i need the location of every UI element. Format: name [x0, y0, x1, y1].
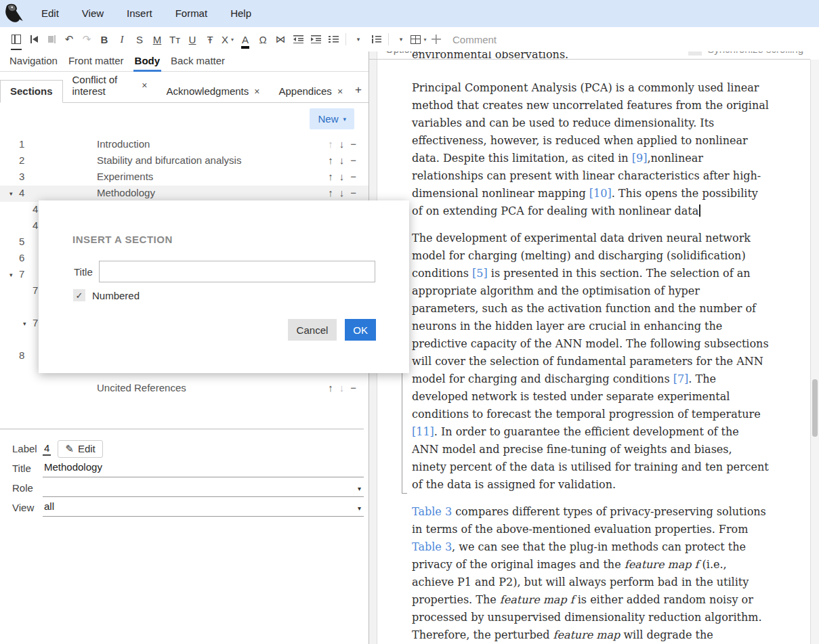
menu-edit[interactable]: Edit — [30, 0, 70, 27]
remove-icon[interactable]: − — [350, 154, 356, 166]
section-row[interactable]: Uncited References↑↓− — [0, 381, 369, 397]
overline-button[interactable]: Ŧ — [202, 30, 218, 49]
section-number: 4 — [19, 187, 24, 198]
section-tab-sections[interactable]: Sections — [0, 80, 63, 103]
move-up-icon[interactable]: ↑ — [328, 187, 333, 198]
remove-icon[interactable]: − — [350, 187, 356, 198]
document-editor-surface[interactable]: Principal Component Analysis (PCA) is a … — [369, 60, 810, 644]
jump-to-start-button[interactable] — [26, 30, 42, 49]
move-up-icon[interactable]: ↑ — [328, 171, 333, 182]
sub-sup-button[interactable]: X▾ — [219, 30, 236, 49]
table-ref-link[interactable]: Table 3 — [412, 540, 452, 553]
row-controls: ↑↓− — [328, 154, 356, 166]
bullet-list-button[interactable] — [325, 30, 341, 49]
view-tab-navigation[interactable]: Navigation — [4, 51, 63, 72]
bullet-list-caret-button[interactable]: ▾ — [350, 30, 366, 49]
section-row[interactable]: 2Stability and bifurcation analysis↑↓− — [0, 153, 369, 169]
bold-button[interactable]: B — [96, 30, 112, 49]
paragraph: Table 3 compares different types of priv… — [412, 503, 769, 644]
remove-icon[interactable]: − — [350, 171, 356, 182]
remove-icon[interactable]: − — [350, 382, 356, 393]
document-scrollbar[interactable] — [810, 60, 819, 644]
edit-label-button[interactable]: ✎ Edit — [58, 440, 102, 458]
section-tab-acknowledgments[interactable]: Acknowledgments× — [157, 81, 270, 102]
small-caps-button[interactable]: Tт — [167, 30, 183, 49]
remove-icon[interactable]: − — [350, 138, 356, 150]
section-title-input[interactable] — [99, 261, 375, 282]
cancel-button[interactable]: Cancel — [288, 319, 337, 341]
section-row[interactable]: 3Experiments↑↓− — [0, 169, 369, 186]
close-icon[interactable]: × — [337, 86, 343, 97]
citation-link[interactable]: [11] — [412, 425, 434, 438]
move-down-icon[interactable]: ↓ — [339, 171, 345, 182]
menu-insert[interactable]: Insert — [115, 0, 164, 27]
section-tab-label: Acknowledgments — [167, 85, 249, 97]
menu-help[interactable]: Help — [219, 0, 263, 27]
section-tab-conflict-of-interest[interactable]: Conflict of interest× — [63, 69, 157, 102]
header-divider — [369, 59, 810, 60]
move-button[interactable] — [428, 30, 444, 49]
table-button[interactable]: ▾ — [411, 30, 427, 49]
chevron-down-icon: ▾ — [423, 37, 426, 43]
special-char-button[interactable]: Ω — [255, 30, 271, 49]
menu-format[interactable]: Format — [164, 0, 219, 27]
view-tabs: NavigationFront matterBodyBack matter — [0, 51, 369, 72]
menu-view[interactable]: View — [70, 0, 115, 27]
font-color-button[interactable]: A — [237, 30, 253, 49]
section-tab-label: Conflict of interest — [72, 74, 137, 97]
view-tab-back-matter[interactable]: Back matter — [165, 51, 230, 72]
new-section-button[interactable]: New ▾ — [310, 108, 354, 129]
page-layout-button[interactable] — [8, 30, 24, 49]
view-select[interactable]: all — [43, 498, 364, 517]
citation-link[interactable]: [9] — [632, 152, 648, 165]
small-caps-icon: Tт — [169, 34, 180, 45]
indent-button[interactable] — [308, 30, 324, 49]
inspector-label-row: Label 4 ✎ Edit — [12, 439, 364, 458]
move-up-icon[interactable]: ↑ — [328, 154, 333, 166]
section-row[interactable]: ▾4Methodology↑↓− — [0, 186, 369, 202]
section-title: Methodology — [97, 187, 155, 198]
section-row[interactable]: 1Introduction↑↓− — [0, 137, 369, 153]
move-down-icon[interactable]: ↓ — [339, 154, 345, 166]
table-ref-link[interactable]: Table 3 — [412, 505, 452, 518]
expand-triangle-icon[interactable]: ▾ — [9, 190, 13, 197]
outdent-button[interactable] — [290, 30, 306, 49]
comment-button[interactable]: Comment — [453, 34, 497, 45]
expand-triangle-icon[interactable]: ▾ — [9, 272, 13, 278]
expand-triangle-icon[interactable]: ▾ — [23, 320, 26, 327]
section-tab-label: Appendices — [278, 85, 331, 97]
edit-button-label: Edit — [78, 443, 96, 454]
move-up-icon[interactable]: ↑ — [328, 382, 333, 393]
underline-button[interactable]: U — [184, 30, 201, 49]
citation-link[interactable]: [10] — [589, 187, 612, 200]
citation-link[interactable]: [7] — [673, 372, 689, 385]
numbered-checkbox[interactable]: ✓ — [73, 289, 85, 301]
numbered-list-caret-button[interactable]: ▾ — [393, 30, 409, 49]
chevron-down-icon: ▾ — [358, 485, 361, 492]
document-panel: environmental observations. Options ▾ ▾ … — [369, 27, 819, 644]
close-icon[interactable]: × — [142, 80, 147, 91]
numbered-list-button[interactable] — [368, 30, 384, 49]
citation-link[interactable]: [5] — [472, 267, 488, 280]
section-tab-appendices[interactable]: Appendices× — [269, 81, 352, 102]
add-section-tab-button[interactable]: + — [352, 79, 369, 102]
monospace-button[interactable]: M — [149, 30, 165, 49]
ok-button[interactable]: OK — [345, 319, 376, 341]
inline-math-button[interactable]: ⋈ — [272, 30, 289, 49]
italic-button[interactable]: I — [114, 30, 130, 49]
app-window: environmental observations. Options ▾ ▾ … — [0, 0, 819, 644]
strikethrough-button[interactable]: S — [131, 30, 148, 49]
move-down-icon[interactable]: ↓ — [339, 138, 345, 150]
move-down-icon[interactable]: ↓ — [339, 187, 345, 198]
text-cursor — [699, 205, 700, 217]
inspector-title-row: Title Methodology — [12, 458, 364, 478]
text-fragment: . In order to guarantee the efficient de… — [412, 425, 769, 491]
undo-button[interactable]: ↶ — [61, 30, 77, 49]
role-select[interactable] — [43, 479, 364, 497]
view-tab-body[interactable]: Body — [129, 51, 166, 72]
numbered-option: ✓ Numbered — [73, 289, 140, 301]
close-icon[interactable]: × — [254, 86, 259, 97]
title-field[interactable]: Methodology — [43, 459, 364, 477]
view-tab-front-matter[interactable]: Front matter — [63, 51, 129, 72]
scrollbar-thumb[interactable] — [812, 379, 818, 437]
